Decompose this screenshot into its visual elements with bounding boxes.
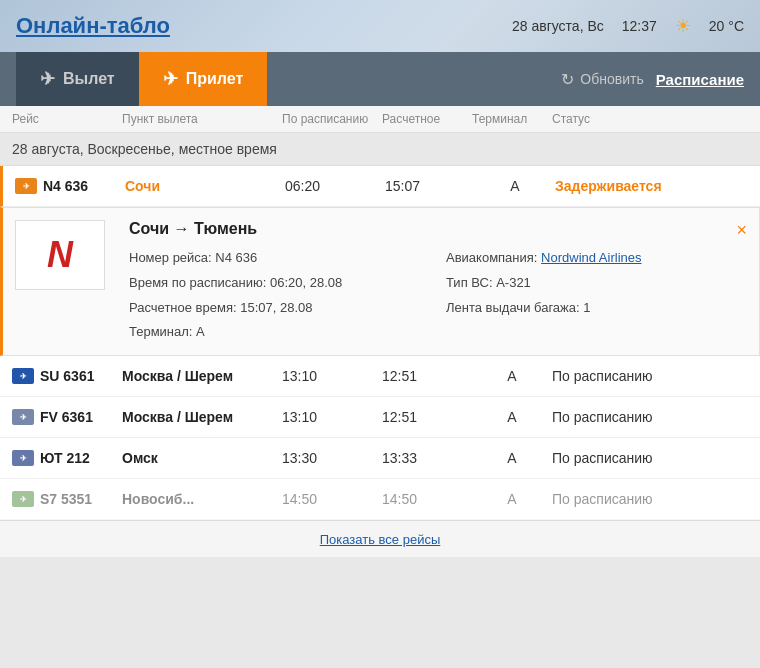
flight-number: ✈ FV 6361 bbox=[12, 409, 122, 425]
flight-table: Рейс Пункт вылета По расписанию Расчетно… bbox=[0, 106, 760, 557]
refresh-button[interactable]: ↻ Обновить bbox=[549, 64, 655, 95]
detail-route: Сочи → Тюмень bbox=[129, 220, 743, 238]
detail-baggage-label: Лента выдачи багажа: bbox=[446, 300, 580, 315]
flight-id: FV 6361 bbox=[40, 409, 93, 425]
table-row[interactable]: ✈ SU 6361 Москва / Шерем 13:10 12:51 A П… bbox=[0, 356, 760, 397]
detail-est: Расчетное время: 15:07, 28.08 bbox=[129, 298, 426, 319]
flight-origin: Омск bbox=[122, 450, 282, 466]
detail-flight-value: N4 636 bbox=[215, 250, 257, 265]
airline-icon-fv: ✈ bbox=[12, 409, 34, 425]
col-estimated: Расчетное bbox=[382, 112, 472, 126]
flight-terminal: A bbox=[472, 368, 552, 384]
flight-id: S7 5351 bbox=[40, 491, 92, 507]
refresh-label: Обновить bbox=[580, 71, 643, 87]
flight-terminal: A bbox=[472, 450, 552, 466]
flight-status: Задерживается bbox=[555, 178, 748, 194]
col-terminal: Терминал bbox=[472, 112, 552, 126]
table-row[interactable]: ✈ S7 5351 Новосиб... 14:50 14:50 A По ра… bbox=[0, 479, 760, 520]
flight-id: ЮТ 212 bbox=[40, 450, 90, 466]
col-scheduled: По расписанию bbox=[282, 112, 382, 126]
date-display: 28 августа, Вс bbox=[512, 18, 604, 34]
show-all-link[interactable]: Показать все рейсы bbox=[320, 532, 441, 547]
flight-estimated: 12:51 bbox=[382, 368, 472, 384]
table-row[interactable]: ✈ ЮТ 212 Омск 13:30 13:33 A По расписани… bbox=[0, 438, 760, 479]
flight-number: ✈ ЮТ 212 bbox=[12, 450, 122, 466]
airline-icon-s7: ✈ bbox=[12, 491, 34, 507]
col-flight: Рейс bbox=[12, 112, 122, 126]
schedule-link[interactable]: Расписание bbox=[656, 71, 744, 88]
detail-baggage: Лента выдачи багажа: 1 bbox=[446, 298, 743, 319]
detail-baggage-value: 1 bbox=[583, 300, 590, 315]
flight-estimated: 15:07 bbox=[385, 178, 475, 194]
detail-type-value: А-321 bbox=[496, 275, 531, 290]
detail-airline-link[interactable]: Nordwind Airlines bbox=[541, 250, 641, 265]
column-headers: Рейс Пункт вылета По расписанию Расчетно… bbox=[0, 106, 760, 133]
refresh-icon: ↻ bbox=[561, 70, 574, 89]
flight-estimated: 13:33 bbox=[382, 450, 472, 466]
flight-status: По расписанию bbox=[552, 491, 748, 507]
flight-origin: Сочи bbox=[125, 178, 285, 194]
flight-origin: Москва / Шерем bbox=[122, 368, 282, 384]
departure-icon: ✈ bbox=[40, 68, 55, 90]
header-info: 28 августа, Вс 12:37 ☀ 20 °С bbox=[512, 15, 744, 37]
flight-terminal: A bbox=[475, 178, 555, 194]
col-origin: Пункт вылета bbox=[122, 112, 282, 126]
flight-scheduled: 13:10 bbox=[282, 409, 382, 425]
airline-icon-ut: ✈ bbox=[12, 450, 34, 466]
header: Онлайн-табло 28 августа, Вс 12:37 ☀ 20 °… bbox=[0, 0, 760, 52]
flight-scheduled: 14:50 bbox=[282, 491, 382, 507]
flight-origin: Москва / Шерем bbox=[122, 409, 282, 425]
temp-display: 20 °С bbox=[709, 18, 744, 34]
airline-icon-su: ✈ bbox=[12, 368, 34, 384]
tab-bar: ✈ Вылет ✈ Прилет ↻ Обновить Расписание bbox=[0, 52, 760, 106]
detail-sched-value: 06:20, 28.08 bbox=[270, 275, 342, 290]
airline-icon-n4: ✈ bbox=[15, 178, 37, 194]
detail-sched: Время по расписанию: 06:20, 28.08 bbox=[129, 273, 426, 294]
show-all-section: Показать все рейсы bbox=[0, 520, 760, 557]
detail-est-label: Расчетное время: bbox=[129, 300, 237, 315]
flight-origin: Новосиб... bbox=[122, 491, 282, 507]
detail-type: Тип ВС: А-321 bbox=[446, 273, 743, 294]
flight-id: SU 6361 bbox=[40, 368, 94, 384]
tab-departure[interactable]: ✈ Вылет bbox=[16, 52, 139, 106]
detail-flight: Номер рейса: N4 636 bbox=[129, 248, 426, 269]
tab-arrival[interactable]: ✈ Прилет bbox=[139, 52, 268, 106]
detail-grid: Номер рейса: N4 636 Авиакомпания: Nordwi… bbox=[129, 248, 743, 343]
col-status: Статус bbox=[552, 112, 748, 126]
flight-estimated: 12:51 bbox=[382, 409, 472, 425]
flight-detail-panel: N × Сочи → Тюмень Номер рейса: N4 636 Ав… bbox=[0, 207, 760, 356]
table-row[interactable]: ✈ N4 636 Сочи 06:20 15:07 A Задерживаетс… bbox=[0, 166, 760, 207]
flight-number: ✈ SU 6361 bbox=[12, 368, 122, 384]
flight-terminal: A bbox=[472, 491, 552, 507]
flight-status: По расписанию bbox=[552, 450, 748, 466]
weather-icon: ☀ bbox=[675, 15, 691, 37]
date-group: 28 августа, Воскресенье, местное время bbox=[0, 133, 760, 166]
time-display: 12:37 bbox=[622, 18, 657, 34]
tab-departure-label: Вылет bbox=[63, 70, 115, 88]
flight-number: ✈ S7 5351 bbox=[12, 491, 122, 507]
site-title[interactable]: Онлайн-табло bbox=[16, 13, 170, 39]
detail-terminal-value: А bbox=[196, 324, 205, 339]
flight-id: N4 636 bbox=[43, 178, 88, 194]
detail-type-label: Тип ВС: bbox=[446, 275, 493, 290]
detail-content: Сочи → Тюмень Номер рейса: N4 636 Авиако… bbox=[129, 220, 743, 343]
arrival-icon: ✈ bbox=[163, 68, 178, 90]
svg-text:N: N bbox=[47, 234, 74, 275]
detail-terminal: Терминал: А bbox=[129, 322, 426, 343]
flight-estimated: 14:50 bbox=[382, 491, 472, 507]
flight-scheduled: 06:20 bbox=[285, 178, 385, 194]
airline-logo: N bbox=[15, 220, 105, 290]
detail-airline: Авиакомпания: Nordwind Airlines bbox=[446, 248, 743, 269]
detail-terminal-label: Терминал: bbox=[129, 324, 192, 339]
flight-status: По расписанию bbox=[552, 368, 748, 384]
detail-airline-label: Авиакомпания: bbox=[446, 250, 537, 265]
table-row[interactable]: ✈ FV 6361 Москва / Шерем 13:10 12:51 A П… bbox=[0, 397, 760, 438]
detail-est-value: 15:07, 28.08 bbox=[240, 300, 312, 315]
detail-sched-label: Время по расписанию: bbox=[129, 275, 266, 290]
flight-terminal: A bbox=[472, 409, 552, 425]
detail-close-button[interactable]: × bbox=[736, 220, 747, 241]
flight-scheduled: 13:10 bbox=[282, 368, 382, 384]
tab-arrival-label: Прилет bbox=[186, 70, 244, 88]
flight-status: По расписанию bbox=[552, 409, 748, 425]
flight-number: ✈ N4 636 bbox=[15, 178, 125, 194]
